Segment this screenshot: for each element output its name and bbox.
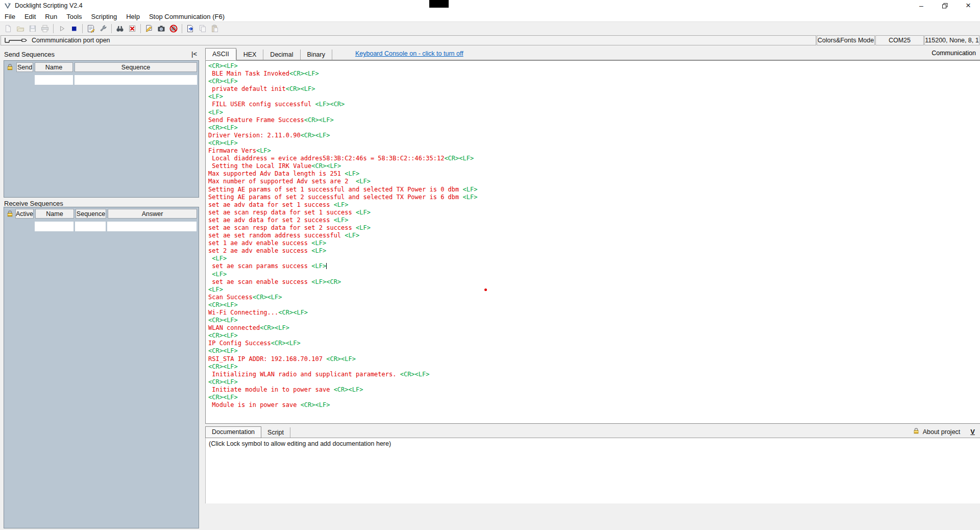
terminal-line: Initializing WLAN radio and supplicant p… <box>208 371 980 378</box>
close-button[interactable]: × <box>957 0 980 11</box>
tab-documentation[interactable]: Documentation <box>205 426 261 438</box>
terminal-line: set ae adv data for set 2 success <LF> <box>208 216 980 224</box>
send-lock-icon[interactable] <box>6 63 16 71</box>
tab-decimal[interactable]: Decimal <box>263 50 300 60</box>
tab-ascii[interactable]: ASCII <box>205 48 236 60</box>
terminal-line: set ae set random address successful <LF… <box>208 232 980 239</box>
terminal-line: set ae scan resp data for set 1 success … <box>208 209 980 216</box>
export-data-button[interactable] <box>184 23 197 34</box>
receive-column-header[interactable]: Sequence <box>76 209 106 219</box>
receive-sequences-title: Receive Sequences <box>4 200 63 207</box>
terminal-line: <CR><LF> <box>208 394 980 401</box>
menu-item[interactable]: Help <box>121 12 144 21</box>
terminal-panel[interactable]: <CR><LF> BLE Main Task Invoked<CR><LF><C… <box>205 60 980 424</box>
terminal-line: Local diaddress = evice addres58:3B:C2:4… <box>208 155 980 162</box>
restore-icon <box>942 3 948 9</box>
find-sequence-button[interactable] <box>114 23 126 34</box>
menu-item[interactable]: File <box>0 12 20 21</box>
send-sequence-input[interactable] <box>75 75 197 85</box>
terminal-line: <CR><LF> <box>208 332 980 340</box>
menu-item[interactable]: Scripting <box>87 12 122 21</box>
terminal-output: <CR><LF> BLE Main Task Invoked<CR><LF><C… <box>208 62 980 409</box>
terminal-line: private default init<CR><LF> <box>208 85 980 93</box>
receive-table-header: ActiveNameSequenceAnswer <box>15 209 199 219</box>
terminal-line: Max supported Adv Data length is 251 <LF… <box>208 170 980 178</box>
menu-item[interactable]: Edit <box>20 12 40 21</box>
terminal-line: <CR><LF> <box>208 363 980 371</box>
new-file-button[interactable] <box>2 23 14 34</box>
receive-name-input[interactable] <box>35 222 74 231</box>
receive-column-header[interactable]: Name <box>35 209 74 219</box>
terminal-line: <CR><LF> <box>208 378 980 386</box>
tab-script[interactable]: Script <box>261 427 290 438</box>
clear-display-button[interactable] <box>126 23 138 34</box>
toolbar-separator <box>82 24 83 33</box>
send-name-input[interactable] <box>35 75 73 85</box>
window-controls: – × <box>910 0 980 11</box>
terminal-line: <CR><LF> <box>208 62 980 70</box>
status-bar: Commmunication port open Colors&Fonts Mo… <box>0 35 980 46</box>
terminal-line: set ae scan params success <LF> <box>208 262 980 270</box>
toolbar-separator <box>111 24 112 33</box>
stop-script-button[interactable] <box>68 23 80 34</box>
terminal-line: <LF> <box>208 271 980 278</box>
send-column-header[interactable]: Sequence <box>75 62 197 72</box>
terminal-line: FILL USER config successful <LF><CR> <box>208 101 980 108</box>
stop-communication-button[interactable] <box>167 23 180 34</box>
colors-fonts-mode-panel[interactable]: Colors&Fonts Mode <box>817 35 875 45</box>
send-table-header: SendNameSequence <box>16 62 199 72</box>
receive-answer-input[interactable] <box>107 222 197 231</box>
paste-button[interactable] <box>209 23 221 34</box>
edit-mode-button[interactable] <box>143 23 155 34</box>
menu-item[interactable]: Stop Communication (F6) <box>144 12 229 21</box>
restore-button[interactable] <box>933 0 957 11</box>
status-message: Commmunication port open <box>32 37 110 44</box>
terminal-line: WLAN connected<CR><LF> <box>208 324 980 332</box>
documentation-area[interactable]: (Click Lock symbol to allow editing and … <box>205 438 980 503</box>
com-parameters-panel[interactable]: 115200, None, 8, 1 <box>924 35 979 45</box>
terminal-line: Send Feature Frame Success<CR><LF> <box>208 116 980 124</box>
terminal-line: <LF> <box>208 286 980 294</box>
print-button[interactable] <box>39 23 51 34</box>
about-project-link[interactable]: About project <box>923 428 961 436</box>
menu-item[interactable]: Tools <box>62 12 86 21</box>
serial-port-icon <box>4 37 28 44</box>
panel-collapse-button[interactable]: V <box>970 428 975 436</box>
terminal-line: <CR><LF> <box>208 139 980 147</box>
com-port-panel[interactable]: COM25 <box>875 35 924 45</box>
toolbar-separator <box>182 24 182 33</box>
save-file-button[interactable] <box>27 23 39 34</box>
tab-binary[interactable]: Binary <box>301 50 332 60</box>
menu-item[interactable]: Run <box>40 12 62 21</box>
sidebar-collapse-button[interactable]: |< <box>190 50 199 58</box>
menu-bar: FileEditRunToolsScriptingHelpStop Commun… <box>0 11 980 21</box>
receive-column-header[interactable]: Active <box>15 209 34 219</box>
run-script-button[interactable] <box>56 23 68 34</box>
receive-sequence-input[interactable] <box>75 222 106 231</box>
terminal-tab-strip: ASCII HEX Decimal Binary Keyboard Consol… <box>205 46 980 60</box>
terminal-line: IP Config Success<CR><LF> <box>208 340 980 347</box>
options-wrench-button[interactable] <box>97 23 109 34</box>
keyboard-console-link[interactable]: Keyboard Console on - click to turn off <box>355 50 463 57</box>
open-file-button[interactable] <box>14 23 27 34</box>
documentation-placeholder: (Click Lock symbol to allow editing and … <box>209 440 391 447</box>
copy-button[interactable] <box>197 23 209 34</box>
terminal-line: <LF> <box>208 255 980 262</box>
terminal-line: RSI_STA IP ADDR: 192.168.70.107 <CR><LF> <box>208 355 980 363</box>
documentation-lock-icon[interactable] <box>913 427 920 436</box>
send-sequences-title: Send Sequences <box>4 51 55 58</box>
project-settings-button[interactable] <box>85 23 97 34</box>
snapshot-button[interactable] <box>155 23 167 34</box>
toolbar <box>0 21 980 35</box>
text-caret <box>326 263 327 269</box>
send-column-header[interactable]: Name <box>35 62 73 72</box>
receive-column-header[interactable]: Answer <box>108 209 197 219</box>
terminal-line: Max number of supported Adv sets are 2 <… <box>208 178 980 185</box>
tab-hex[interactable]: HEX <box>236 50 264 60</box>
app-icon <box>4 2 12 10</box>
send-column-header[interactable]: Send <box>16 62 33 72</box>
terminal-line: Wi-Fi Connecting...<CR><LF> <box>208 309 980 317</box>
terminal-line: set ae scan enable success <LF><CR> <box>208 278 980 286</box>
receive-lock-icon[interactable] <box>6 210 15 218</box>
minimize-button[interactable]: – <box>910 0 933 11</box>
